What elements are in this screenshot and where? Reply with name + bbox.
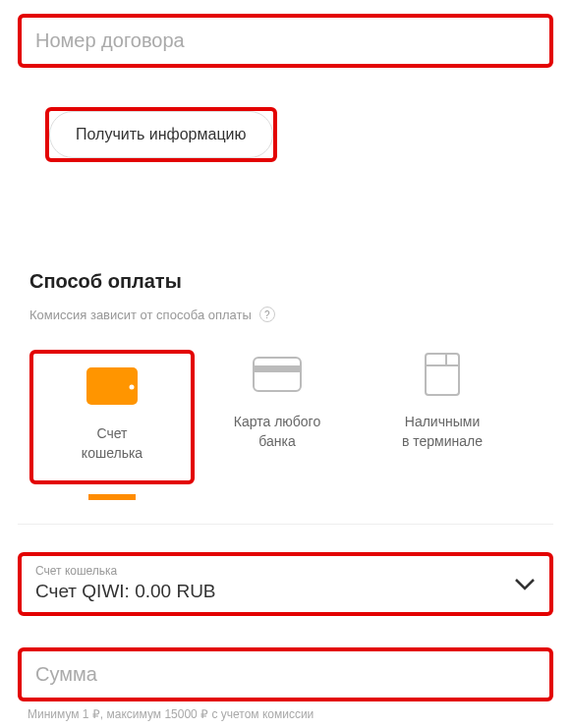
cash-label-line1: Наличными	[405, 414, 480, 429]
get-info-button[interactable]: Получить информацию	[49, 111, 273, 158]
card-label-line2: банка	[258, 433, 295, 449]
payment-method-options: Счет кошелька Карта любого банка	[29, 350, 571, 504]
amount-placeholder: Сумма	[35, 663, 536, 686]
divider	[18, 524, 553, 525]
wallet-select-floating-label: Счет кошелька	[35, 564, 536, 578]
wallet-select-value: Счет QIWI: 0.00 RUB	[35, 581, 536, 602]
svg-point-2	[130, 385, 135, 390]
payment-option-card[interactable]: Карта любого банка	[195, 350, 360, 484]
wallet-label-line1: Счет	[97, 425, 128, 441]
contract-number-placeholder: Номер договора	[35, 29, 536, 52]
chevron-down-icon	[514, 578, 536, 591]
card-label-line1: Карта любого	[234, 414, 320, 429]
payment-option-cash[interactable]: Наличными в терминале	[360, 350, 525, 484]
terminal-icon	[425, 353, 460, 396]
card-icon	[253, 357, 302, 392]
amount-input[interactable]: Сумма	[18, 647, 553, 701]
commission-help-icon[interactable]: ?	[259, 307, 275, 322]
wallet-label-line2: кошелька	[82, 445, 143, 461]
contract-number-input[interactable]: Номер договора	[18, 14, 553, 68]
wallet-account-select[interactable]: Счет кошелька Счет QIWI: 0.00 RUB	[18, 552, 553, 616]
commission-note-row: Комиссия зависит от способа оплаты ?	[29, 307, 571, 322]
cash-label-line2: в терминале	[402, 433, 483, 449]
svg-rect-4	[254, 365, 301, 372]
payment-option-wallet[interactable]: Счет кошелька	[29, 350, 195, 484]
svg-rect-5	[426, 354, 459, 395]
commission-note-text: Комиссия зависит от способа оплаты	[29, 308, 252, 322]
amount-hint: Минимум 1 ₽, максимум 15000 ₽ с учетом к…	[28, 707, 571, 721]
svg-rect-3	[254, 358, 301, 391]
wallet-icon	[86, 367, 138, 405]
get-info-button-label: Получить информацию	[76, 126, 247, 142]
payment-method-title: Способ оплаты	[29, 270, 571, 293]
